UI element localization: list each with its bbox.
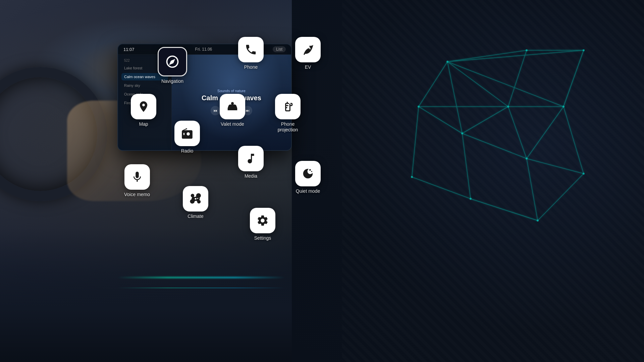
svg-line-9 [462, 133, 471, 199]
climate-label: Climate [187, 214, 203, 219]
media-app[interactable]: Media [238, 146, 264, 179]
climate-icon [183, 186, 208, 212]
svg-point-37 [537, 220, 539, 222]
svg-point-32 [583, 49, 585, 51]
svg-point-41 [234, 109, 236, 110]
map-pin-icon [137, 100, 150, 113]
ev-label: EV [305, 64, 311, 70]
phone-app[interactable]: Phone [238, 37, 264, 70]
radio-symbol-icon [181, 127, 194, 140]
svg-line-14 [527, 159, 538, 221]
phone-projection-icon [275, 94, 301, 119]
phone-label: Phone [244, 64, 258, 70]
mic-icon [131, 171, 144, 183]
media-label: Media [245, 173, 257, 179]
car-person-icon [226, 100, 239, 113]
map-icon [131, 94, 156, 119]
svg-point-29 [461, 132, 463, 134]
svg-line-16 [527, 107, 564, 159]
svg-line-18 [508, 107, 527, 159]
phone-icon [238, 37, 264, 62]
led-strip-2 [117, 288, 285, 288]
svg-point-27 [418, 106, 420, 108]
svg-line-25 [471, 199, 538, 221]
svg-point-35 [526, 158, 528, 160]
svg-line-4 [447, 62, 508, 107]
quiet-mode-app[interactable]: Quiet mode [295, 161, 321, 194]
compass-icon [165, 54, 180, 69]
svg-line-2 [419, 62, 447, 107]
quiet-mode-label: Quiet mode [296, 188, 320, 194]
quiet-mode-icon [295, 161, 321, 186]
svg-point-40 [229, 109, 231, 110]
svg-line-21 [508, 50, 527, 107]
svg-point-43 [311, 171, 312, 172]
screen-time: 11:07 [123, 47, 135, 52]
screen-top-bar: 11:07 Fri. 11.06 List [118, 44, 291, 55]
voice-memo-icon [124, 164, 150, 190]
svg-line-15 [527, 159, 584, 174]
svg-point-31 [526, 49, 528, 51]
svg-line-12 [412, 177, 471, 199]
settings-label: Settings [254, 235, 271, 241]
leaf-icon [302, 43, 314, 56]
svg-line-7 [419, 107, 462, 133]
svg-line-20 [564, 107, 584, 174]
map-app[interactable]: Map [131, 94, 156, 127]
gear-icon [256, 214, 269, 227]
svg-line-10 [462, 133, 527, 159]
map-label: Map [139, 121, 148, 127]
svg-point-36 [583, 173, 585, 175]
svg-line-11 [462, 107, 508, 133]
moon-icon [302, 167, 314, 180]
navigation-icon [158, 47, 187, 76]
svg-point-30 [470, 198, 472, 200]
valet-mode-icon [220, 94, 245, 119]
screen-date: Fri. 11.06 [195, 47, 212, 52]
svg-rect-38 [137, 180, 138, 180]
svg-point-33 [507, 106, 509, 108]
radio-app[interactable]: Radio [174, 121, 200, 154]
radio-label: Radio [181, 148, 194, 154]
navigation-label: Navigation [161, 78, 183, 84]
svg-line-5 [447, 62, 564, 107]
settings-app[interactable]: Settings [250, 208, 275, 241]
voice-memo-app[interactable]: Voice memo [124, 164, 150, 197]
valet-mode-app[interactable]: Valet mode [220, 94, 245, 127]
navigation-app[interactable]: Navigation [158, 47, 187, 84]
valet-mode-label: Valet mode [221, 121, 244, 127]
network-lines-svg [275, 0, 644, 362]
svg-line-3 [447, 62, 462, 133]
music-note-icon [245, 152, 257, 165]
climate-app[interactable]: Climate [183, 186, 208, 219]
svg-point-26 [446, 61, 448, 63]
svg-point-39 [231, 102, 234, 105]
svg-line-24 [538, 174, 584, 221]
phone-projection-app[interactable]: Phoneprojection [275, 94, 301, 133]
ev-app[interactable]: EV [295, 37, 321, 70]
radio-icon [174, 121, 200, 146]
phone-handset-icon [245, 43, 257, 56]
svg-point-34 [562, 106, 565, 108]
prev-button[interactable]: ⏮ [211, 106, 220, 115]
phone-usb-icon [281, 100, 294, 113]
fan-icon [189, 192, 202, 205]
nav-network-overlay [275, 0, 644, 362]
media-icon [238, 146, 264, 171]
phone-projection-label: Phoneprojection [278, 121, 298, 133]
svg-point-28 [411, 176, 413, 178]
svg-line-23 [564, 50, 584, 107]
svg-line-6 [412, 107, 419, 177]
led-strip-1 [117, 277, 285, 278]
ev-icon [295, 37, 321, 62]
settings-icon [250, 208, 275, 233]
voice-memo-label: Voice memo [124, 192, 150, 197]
sounds-subtitle: Sounds of nature [217, 89, 246, 93]
svg-point-42 [309, 169, 311, 171]
